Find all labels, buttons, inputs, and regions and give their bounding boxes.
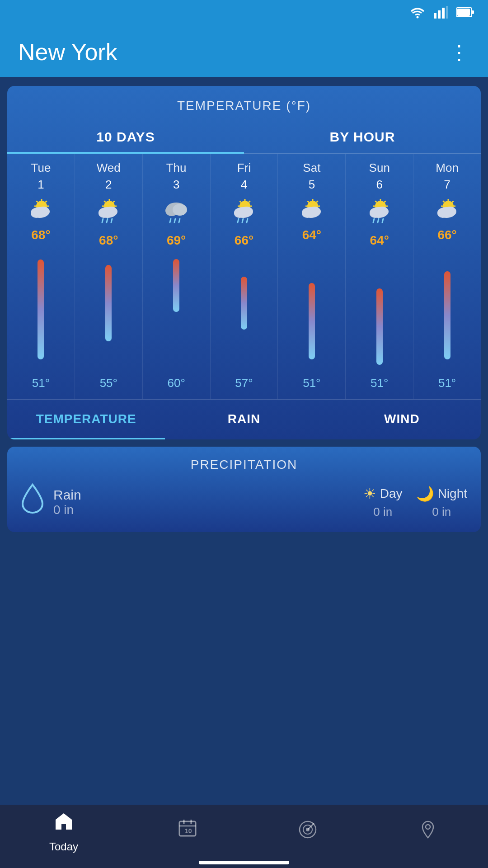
svg-line-87 (382, 219, 383, 222)
day-night-info: ☀ Day 0 in 🌙 Night 0 in (363, 485, 467, 519)
weather-icon (367, 196, 392, 229)
radar-icon (297, 819, 319, 845)
temp-bar-container (9, 246, 73, 373)
day-col-tue[interactable]: Tue 1 68° 51° (7, 154, 75, 399)
metric-tab-temperature[interactable]: TEMPERATURE (7, 400, 165, 439)
weather-icon (435, 196, 460, 223)
svg-rect-3 (442, 8, 445, 19)
tab-10-days[interactable]: 10 DAYS (7, 120, 244, 153)
weather-icon (164, 196, 189, 229)
day-col-fri[interactable]: Fri 4 66° 57° (211, 154, 278, 399)
night-info: 🌙 Night 0 in (416, 485, 467, 519)
menu-button[interactable]: ⋮ (449, 41, 470, 64)
weather-icon (96, 196, 121, 229)
day-name: Wed (97, 161, 121, 175)
weather-icon (231, 196, 257, 229)
svg-text:10: 10 (185, 827, 192, 835)
svg-line-80 (384, 201, 385, 203)
low-temp: 55° (100, 376, 117, 390)
svg-line-58 (247, 219, 248, 222)
nav-today-label: Today (49, 840, 78, 853)
svg-line-41 (174, 219, 175, 222)
temp-bar-container (212, 251, 276, 373)
nav-location[interactable] (417, 819, 439, 845)
svg-line-78 (375, 201, 376, 203)
svg-line-36 (111, 219, 112, 222)
svg-line-67 (316, 201, 318, 203)
low-temp: 60° (167, 376, 185, 390)
svg-rect-2 (438, 10, 441, 19)
svg-line-96 (452, 201, 453, 203)
status-bar (0, 0, 488, 27)
high-temp: 68° (99, 233, 118, 248)
calendar-icon: 10 (177, 817, 198, 843)
svg-line-85 (373, 219, 374, 222)
svg-line-94 (443, 201, 444, 203)
day-num: 1 (38, 178, 44, 192)
home-icon (53, 811, 75, 837)
low-temp: 51° (438, 376, 456, 390)
temp-bar (309, 283, 315, 359)
svg-line-35 (107, 219, 108, 222)
day-num: 4 (241, 178, 247, 192)
high-temp: 66° (437, 228, 456, 242)
svg-rect-7 (472, 10, 474, 14)
nav-calendar[interactable]: 10 (177, 817, 198, 847)
day-col-mon[interactable]: Mon 7 66° 51° (413, 154, 481, 399)
svg-point-100 (444, 207, 456, 217)
svg-rect-4 (446, 6, 448, 19)
svg-line-34 (102, 219, 103, 222)
svg-point-20 (37, 207, 50, 217)
temp-bar-container (77, 251, 141, 373)
metric-tab-rain[interactable]: RAIN (165, 400, 323, 439)
tab-by-hour[interactable]: BY HOUR (244, 120, 481, 153)
day-num: 3 (173, 178, 179, 192)
metric-tab-wind[interactable]: WIND (323, 400, 481, 439)
temp-bar-container (145, 251, 208, 373)
temp-bar-container (415, 246, 479, 373)
night-label: 🌙 Night (416, 485, 467, 502)
metric-tabs: TEMPERATURE RAIN WIND (7, 399, 481, 439)
svg-line-65 (307, 201, 309, 203)
high-temp: 64° (302, 228, 321, 242)
main-weather-card: TEMPERATURE (°F) 10 DAYS BY HOUR Tue 1 6… (7, 86, 481, 439)
day-precip-value: 0 in (373, 505, 392, 519)
svg-line-42 (179, 219, 180, 222)
svg-line-86 (378, 219, 379, 222)
high-temp: 68° (31, 228, 50, 242)
low-temp: 57° (235, 376, 253, 390)
nav-today[interactable]: Today (49, 811, 78, 853)
svg-point-33 (105, 207, 117, 217)
day-col-wed[interactable]: Wed 2 68° 55° (75, 154, 143, 399)
moon-icon: 🌙 (416, 485, 434, 502)
day-col-thu[interactable]: Thu 3 69° 60° (143, 154, 211, 399)
day-name: Sat (303, 161, 320, 175)
sun-icon: ☀ (363, 485, 376, 502)
svg-line-40 (170, 219, 171, 222)
rain-label: Rain (53, 487, 81, 503)
day-info: ☀ Day 0 in (363, 485, 403, 519)
night-precip-value: 0 in (432, 505, 451, 519)
day-col-sat[interactable]: Sat 5 64° 51° (278, 154, 346, 399)
low-temp: 51° (303, 376, 320, 390)
temp-bar-container (280, 246, 343, 373)
day-label: ☀ Day (363, 485, 403, 502)
temp-bar (241, 277, 247, 330)
nav-radar[interactable] (297, 819, 319, 845)
temp-bar (38, 259, 44, 359)
temperature-header: TEMPERATURE (°F) (7, 86, 481, 120)
day-col-sun[interactable]: Sun 6 64° 51° (346, 154, 413, 399)
bottom-navigation: Today 10 (0, 805, 488, 868)
app-title: New York (18, 38, 117, 66)
svg-point-84 (376, 207, 389, 217)
weather-icon (28, 196, 53, 223)
temp-bar-container (347, 251, 411, 373)
day-name: Sun (369, 161, 390, 175)
day-num: 6 (376, 178, 382, 192)
svg-point-109 (426, 825, 430, 829)
temp-bar (105, 265, 112, 341)
low-temp: 51° (371, 376, 388, 390)
high-temp: 64° (370, 233, 389, 248)
svg-rect-6 (457, 9, 470, 16)
day-name: Mon (436, 161, 459, 175)
